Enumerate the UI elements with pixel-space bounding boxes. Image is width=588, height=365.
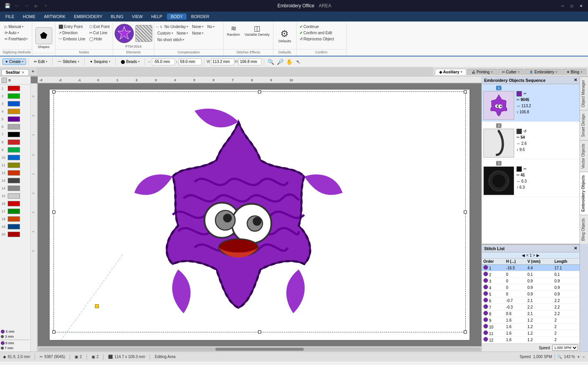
- color-swatch-num5[interactable]: 5: [0, 115, 30, 123]
- canvas-content[interactable]: [38, 83, 481, 346]
- short-stitch-btn[interactable]: No short stitch ▾: [156, 37, 186, 43]
- pan-btn[interactable]: ✋: [285, 58, 293, 66]
- cut-line-btn[interactable]: ✂ Cut Line: [88, 30, 111, 36]
- menu-border[interactable]: BORDER: [187, 13, 213, 20]
- color-swatch-num20[interactable]: 20: [0, 231, 30, 238]
- tab-smart-design[interactable]: Smart Design: [580, 110, 588, 140]
- color-swatch-num7[interactable]: 7: [0, 131, 30, 138]
- color-swatch-num3[interactable]: 3: [0, 100, 30, 108]
- menu-artwork[interactable]: ARTWORK: [40, 13, 69, 20]
- stitch-row-9[interactable]: 9 1.6 1.2 2: [482, 317, 580, 324]
- menu-file[interactable]: FILE: [2, 13, 18, 20]
- undo-button[interactable]: ↩: [13, 2, 21, 10]
- quick-access-toolbar[interactable]: 💾 ↩ ↪ ▶ ▾: [3, 2, 50, 10]
- auto-btn[interactable]: ⟳ Auto ▾: [3, 30, 29, 36]
- new-tab-btn[interactable]: +: [29, 68, 37, 75]
- tab-object-manager[interactable]: Object Manager: [580, 76, 588, 110]
- stitch-row-1[interactable]: 1 -16.5 4.4 17.1: [482, 265, 580, 271]
- tab-bling[interactable]: ✦ Bling ▾: [562, 69, 586, 75]
- color-swatch-num13[interactable]: 13: [0, 177, 30, 184]
- stitch-group-prev[interactable]: ◀: [520, 253, 526, 257]
- zoom-out-btn[interactable]: −: [582, 354, 585, 360]
- stitch-row-11[interactable]: 11 1.6 1.2 2: [482, 330, 580, 337]
- no-btn[interactable]: No ▾: [206, 24, 216, 30]
- create-dropdown[interactable]: ✦ Create ▾: [2, 58, 26, 65]
- thread-row-3[interactable]: 9 mm: [1, 341, 30, 345]
- h-scrollbar[interactable]: [38, 346, 481, 352]
- size-h-input[interactable]: [238, 58, 262, 65]
- emb-obj-2[interactable]: 2 ↺ ✂ 54 ↔ 2.6: [482, 122, 580, 159]
- tab-embroidery[interactable]: 🧵 Embroidery ▾: [525, 69, 561, 75]
- manual-btn[interactable]: ▷ Manual ▾: [3, 24, 29, 30]
- color-swatch-num18[interactable]: 18: [0, 215, 30, 223]
- zoom-btn[interactable]: 🔍: [557, 355, 562, 359]
- color-swatch-num19[interactable]: 19: [0, 223, 30, 231]
- pos-y-input[interactable]: [178, 58, 202, 65]
- zoom-out-btn[interactable]: 🔎: [276, 58, 284, 66]
- variable-density-btn[interactable]: ◫ Variable Density: [243, 24, 272, 38]
- stitch-list-close[interactable]: ✕: [574, 246, 577, 251]
- none-lock3-btn[interactable]: None ▾: [190, 30, 205, 36]
- tab-vector-objects[interactable]: Vector Objects: [580, 140, 588, 172]
- speed-select[interactable]: 1,000 SPM 500 SPM 1500 SPM: [552, 345, 578, 351]
- reprocess-btn[interactable]: ↺ Reprocess Object: [298, 36, 335, 42]
- entry-point-btn[interactable]: ⬛ Entry Point: [57, 24, 87, 30]
- no-underlay-btn[interactable]: No Underlay ▾: [163, 24, 190, 30]
- color-swatch-num4[interactable]: 4: [0, 108, 30, 115]
- color-swatch-num8[interactable]: 8: [0, 138, 30, 146]
- doc-tab-close[interactable]: ✕: [22, 71, 25, 75]
- none-lock2-btn[interactable]: None ▾: [175, 30, 190, 36]
- stitch-row-7[interactable]: 7 -0.3 2.2 2.2: [482, 304, 580, 310]
- stitch-row-5[interactable]: 5 0 0.9 0.9: [482, 291, 580, 297]
- tab-embroidery-objects[interactable]: Embroidery Objects: [580, 172, 588, 215]
- color-swatch-num2[interactable]: 2: [0, 92, 30, 100]
- stitch-row-8[interactable]: 8 0.6 2.1 2.2: [482, 310, 580, 317]
- tab-cutter[interactable]: ✂ Cutter ▾: [498, 69, 524, 75]
- close-button[interactable]: ✕: [577, 2, 585, 10]
- emb-obj-3[interactable]: 3 ✂: [482, 159, 580, 197]
- zoom-in-btn[interactable]: +: [577, 354, 580, 360]
- size-w-input[interactable]: [211, 58, 234, 65]
- stitch-row-4[interactable]: 4 0 0.9 0.9: [482, 284, 580, 291]
- color-swatch-num12[interactable]: 12: [0, 169, 30, 177]
- minimize-button[interactable]: ─: [559, 2, 566, 10]
- tab-printing[interactable]: 🖨 Printing ▾: [467, 69, 497, 75]
- stitches-dropdown[interactable]: 〰 Stitches ▾: [55, 58, 82, 65]
- menu-view[interactable]: VIEW: [128, 13, 147, 20]
- run-button[interactable]: ▶: [32, 2, 40, 10]
- random-btn[interactable]: ≋ Random: [225, 24, 242, 38]
- color-swatch-num14[interactable]: 14: [0, 184, 30, 192]
- shapes-button[interactable]: ⬟: [35, 27, 52, 44]
- color-swatch-num9[interactable]: 9: [0, 146, 30, 154]
- stitch-row-6[interactable]: 6 -0.7 2.1 2.2: [482, 297, 580, 304]
- zoom-in-btn[interactable]: 🔍: [267, 58, 275, 66]
- thread-row-2[interactable]: 3 mm: [1, 335, 30, 338]
- pos-x-input[interactable]: [152, 58, 175, 65]
- thread-row-1[interactable]: 5 mm: [1, 330, 30, 333]
- confirm-edit-btn[interactable]: ✔ Confirm and Edit: [298, 30, 335, 36]
- tab-bling-objects[interactable]: Bling Objects: [580, 215, 588, 244]
- emb-objects-close[interactable]: ✕: [574, 78, 577, 83]
- color-swatch-num6[interactable]: 6: [0, 123, 30, 131]
- freehand-btn[interactable]: ✏ FreeHand ▾: [3, 36, 29, 42]
- area-preview[interactable]: [115, 24, 134, 43]
- direction-btn[interactable]: ↗ Direction: [57, 30, 87, 36]
- more-button[interactable]: ▾: [42, 2, 50, 10]
- beads-dropdown[interactable]: ⬤ Beads ▾: [118, 58, 142, 65]
- menu-embroidery[interactable]: EMBROIDERY: [70, 13, 106, 20]
- color-swatch-num10[interactable]: 10: [0, 154, 30, 161]
- exit-point-btn[interactable]: ⬡ Exit Point: [88, 24, 111, 30]
- doc-tab-seastar[interactable]: SeaStar ✕: [2, 69, 29, 75]
- menu-help[interactable]: HELP: [147, 13, 166, 20]
- none-lock1-btn[interactable]: None ▾: [190, 24, 205, 30]
- color-swatch-num17[interactable]: 17: [0, 207, 30, 215]
- color-swatch-num11[interactable]: 11: [0, 161, 30, 169]
- redo-button[interactable]: ↪: [22, 2, 31, 10]
- stitch-row-2[interactable]: 2 0 0.1 0.1: [482, 271, 580, 278]
- emboss-line-btn[interactable]: 〰 Emboss Line: [57, 36, 87, 42]
- stitch-group-next[interactable]: ▶: [535, 253, 541, 257]
- h-scrollbar-thumb[interactable]: [215, 348, 304, 351]
- select-btn[interactable]: ↖: [294, 58, 303, 66]
- continue-btn[interactable]: ✔ Continue: [298, 24, 335, 30]
- sequins-dropdown[interactable]: ✦ Sequins ▾: [87, 58, 113, 65]
